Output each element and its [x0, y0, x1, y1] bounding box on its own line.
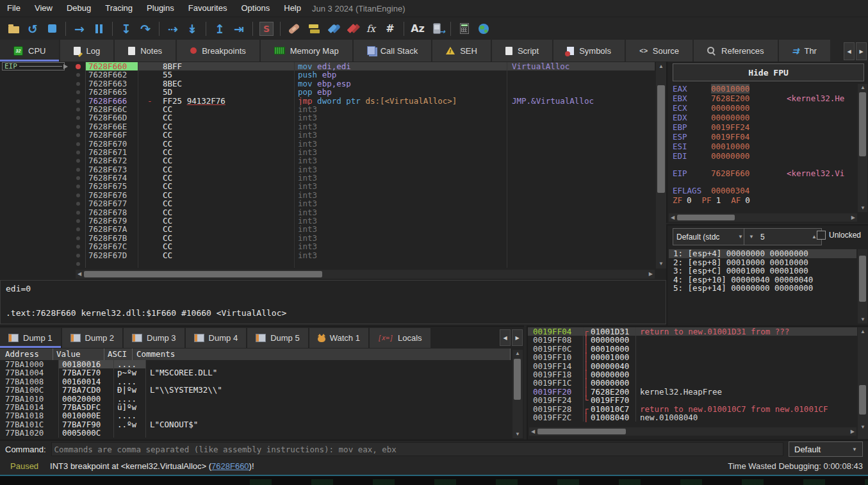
stack-row[interactable]: 0019FF04┌01001D31return to new.01001D31 …: [528, 327, 857, 336]
dump-tab-dump-4[interactable]: Dump 4: [186, 328, 247, 348]
hide-fpu-button[interactable]: Hide FPU: [673, 63, 864, 81]
argument-row[interactable]: 4: [esp+10] 00000040 00000040: [669, 275, 856, 284]
stack-row[interactable]: 0019FF10│00001000: [528, 353, 857, 361]
breakpoint-dot-icon[interactable]: [76, 64, 81, 69]
execute-till-return-icon[interactable]: ↥: [210, 20, 229, 38]
disasm-row[interactable]: 7628F66255push ebp: [0, 70, 655, 79]
menu-help[interactable]: Help: [277, 0, 308, 17]
register-row[interactable]: ESI00010000: [673, 142, 856, 151]
dump-row[interactable]: 77BA101000020000....: [0, 395, 511, 403]
disasm-row[interactable]: 7628F67CCCint3: [0, 242, 655, 251]
menu-view[interactable]: View: [28, 0, 60, 17]
menu-tracing[interactable]: Tracing: [98, 0, 140, 17]
tab-call-stack[interactable]: Call Stack: [354, 40, 432, 62]
tab-memory-map[interactable]: Memory Map: [261, 40, 352, 62]
register-row[interactable]: ESP0019FF04: [673, 132, 856, 142]
disasm-row[interactable]: 7628F670CCint3: [0, 140, 655, 148]
dump-tab-dump-1[interactable]: Dump 1: [0, 328, 61, 348]
argument-row[interactable]: 5: [esp+14] 00000000 00000000: [669, 284, 856, 293]
step-into-icon[interactable]: ↧: [117, 20, 136, 38]
stack-row[interactable]: 0019FF14│00000040: [528, 362, 857, 370]
register-row[interactable]: EDX00000000: [673, 113, 856, 122]
patches-icon[interactable]: [284, 20, 304, 38]
disasm-vscrollbar[interactable]: ▲ ▼: [656, 62, 666, 268]
tab-references[interactable]: References: [694, 40, 777, 62]
stack-row[interactable]: 0019FF24└0019FF70: [528, 396, 857, 404]
stack-vscrollbar[interactable]: ▲ ▼: [858, 327, 868, 439]
register-row[interactable]: EDI00000000: [673, 151, 856, 161]
tab-breakpoints[interactable]: Breakpoints: [177, 40, 259, 62]
register-row[interactable]: EIP7628F660<kernel32.Vi: [673, 169, 856, 178]
dump-tab-dump-3[interactable]: Dump 3: [124, 328, 184, 348]
stack-row[interactable]: 0019FF08│00000000: [528, 336, 857, 344]
dump-row[interactable]: 77BA100477BA7E70p~ºwL"MSCOREE.DLL": [0, 368, 511, 377]
disasm-row[interactable]: 7628F678CCint3: [0, 208, 655, 217]
dump-tab-dump-2[interactable]: Dump 2: [62, 328, 123, 348]
dump-row[interactable]: 77BA101C77BA7F90..ºwL"CONOUT$": [0, 420, 511, 429]
disasm-row[interactable]: 7628F675CCint3: [0, 182, 655, 190]
command-input[interactable]: [51, 442, 783, 456]
disasm-row[interactable]: 7628F66FCCint3: [0, 131, 655, 139]
comments-icon[interactable]: [304, 20, 323, 38]
spinner-up-icon[interactable]: ▲: [812, 234, 817, 240]
stack-hscrollbar[interactable]: ◀ ▶: [529, 427, 856, 436]
menu-options[interactable]: Options: [234, 0, 277, 17]
menu-file[interactable]: File: [0, 0, 28, 17]
checkbox-box[interactable]: [817, 231, 826, 240]
disasm-row[interactable]: 7628F6638BECmov ebp,esp: [0, 79, 655, 88]
functions-icon[interactable]: fx: [361, 20, 381, 38]
dump-row[interactable]: 77BA10200005000C: [0, 429, 511, 437]
disasm-row[interactable]: 7628F674CCint3: [0, 174, 655, 182]
disasm-row[interactable]: 7628F676CCint3: [0, 191, 655, 199]
stack-row[interactable]: 0019FF20│7628E200kernel32.HeapFree: [528, 388, 857, 396]
registers-hscrollbar[interactable]: ◀ ▶: [669, 213, 857, 222]
dump-row[interactable]: 77BA101477BA5DFCü]ºw: [0, 403, 511, 411]
register-row[interactable]: EBP0019FF24: [673, 122, 856, 132]
disasm-row[interactable]: 7628F6655Dpop ebp: [0, 88, 655, 96]
dump-row[interactable]: 77BA10180010000E....: [0, 411, 511, 420]
unlocked-checkbox[interactable]: Unlocked: [817, 231, 861, 240]
stack-row[interactable]: 0019FF28┌010010C7return to new.010010C7 …: [528, 405, 857, 413]
stack-row[interactable]: 0019FF1C│00000000: [528, 379, 857, 387]
trace-over-icon[interactable]: ↡: [183, 20, 202, 38]
tab-script[interactable]: Script: [492, 40, 552, 62]
disasm-row[interactable]: 7628F671CCint3: [0, 148, 655, 156]
disasm-row[interactable]: 7628F67ACCint3: [0, 225, 655, 233]
disasm-row[interactable]: 7628F672CCint3: [0, 156, 655, 165]
stack-row[interactable]: 0019FF0C│00010000: [528, 345, 857, 353]
dump-tab-dump-5[interactable]: Dump 5: [247, 328, 308, 348]
trace-into-icon[interactable]: ⇢: [163, 20, 183, 38]
tab-log[interactable]: Log: [60, 40, 113, 62]
register-row[interactable]: ECX00000000: [673, 103, 856, 113]
stack-row[interactable]: 0019FF18│00000000: [528, 370, 857, 379]
disasm-row[interactable]: 7628F66CCCint3: [0, 105, 655, 113]
argument-row[interactable]: 1: [esp+4] 00000000 00000000: [669, 249, 856, 258]
tab-source[interactable]: Source: [626, 40, 692, 62]
internet-icon[interactable]: [474, 20, 493, 38]
disasm-row[interactable]: 7628F679CCint3: [0, 217, 655, 225]
run-to-user-code-icon[interactable]: ⇥: [229, 20, 249, 38]
dump-tab-scroll-right-icon[interactable]: ▶: [512, 329, 523, 346]
tab-scroll-left-icon[interactable]: ◀: [844, 42, 855, 60]
argument-row[interactable]: 3: [esp+C] 00001000 00001000: [669, 267, 856, 275]
disasm-row[interactable]: 7628F666-FF25 94132F76jmp dword ptr ds:[…: [0, 97, 655, 105]
register-row[interactable]: EAX00010000: [673, 84, 856, 94]
menu-debug[interactable]: Debug: [60, 0, 98, 17]
disasm-row[interactable]: [0, 259, 655, 268]
dump-row[interactable]: 77BA100C77BA7CD0Ð|ºwL"\\SYSTEM32\\": [0, 386, 511, 394]
dump-tab-watch-1[interactable]: Watch 1: [309, 328, 368, 348]
tab-symbols[interactable]: Symbols: [553, 40, 625, 62]
pause-icon[interactable]: [89, 20, 108, 38]
disasm-row[interactable]: 7628F66ECCint3: [0, 122, 655, 131]
dump-tab-locals[interactable]: Locals: [370, 328, 430, 348]
argument-row[interactable]: 2: [esp+8] 00010000 00010000: [669, 258, 856, 267]
bookmarks-icon[interactable]: [342, 20, 361, 38]
arguments-vscrollbar[interactable]: ▼: [858, 249, 867, 324]
tab-thr[interactable]: Thr: [779, 40, 830, 62]
menu-favourites[interactable]: Favourites: [181, 0, 234, 17]
disasm-hscrollbar[interactable]: ◀ ▶: [76, 270, 655, 279]
close-icon[interactable]: [42, 20, 61, 38]
stack-row[interactable]: 0019FF2C│01008040new.01008040: [528, 413, 857, 422]
string-references-icon[interactable]: #: [381, 20, 400, 38]
menu-plugins[interactable]: Plugins: [140, 0, 181, 17]
